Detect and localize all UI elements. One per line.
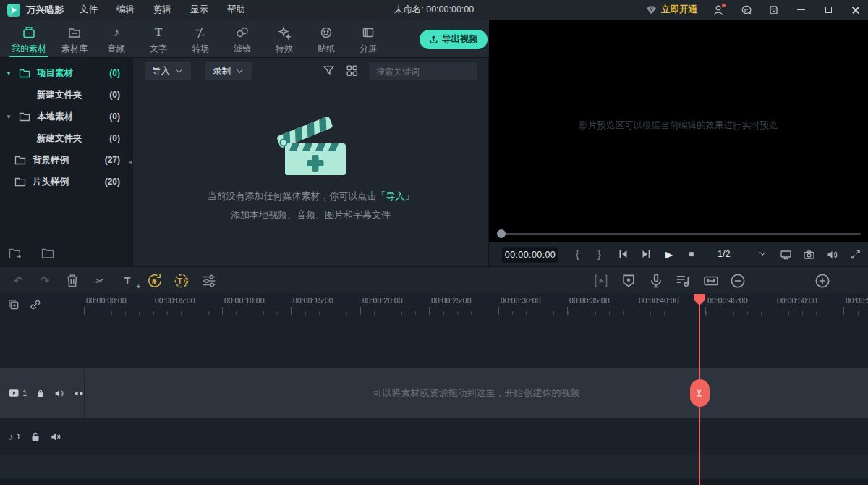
- scissors-icon: ✂: [693, 389, 706, 398]
- tab-stickers[interactable]: 贴纸: [305, 20, 347, 57]
- tab-audio[interactable]: ♪ 音频: [95, 20, 137, 57]
- motion-tracking-button[interactable]: [147, 273, 163, 289]
- expand-caret-icon[interactable]: ▼: [6, 114, 14, 120]
- duplicate-button[interactable]: [7, 298, 20, 311]
- menu-help[interactable]: 帮助: [227, 4, 245, 16]
- playback-quality[interactable]: 1/2: [718, 249, 730, 259]
- speech-to-text-button[interactable]: T: [174, 273, 190, 289]
- close-button[interactable]: [849, 4, 862, 17]
- notification-dot: [722, 4, 726, 7]
- preview-timecode[interactable]: 00:00:00:00: [502, 247, 558, 263]
- vip-gem-icon: V: [645, 5, 658, 15]
- adjust-settings-button[interactable]: [201, 273, 217, 289]
- menu-clip[interactable]: 剪辑: [153, 4, 171, 16]
- link-button[interactable]: [29, 298, 42, 311]
- zoom-out-button[interactable]: [730, 273, 746, 289]
- snapshot-camera-button[interactable]: [803, 249, 815, 261]
- sidebar-item-local-media[interactable]: ▼ 本地素材 (0): [0, 106, 127, 127]
- preview-hint: 影片预览区可以根据当前编辑的效果进行实时预览: [489, 119, 868, 132]
- sidebar-item-new-folder-1[interactable]: 新建文件夹 (0): [0, 84, 127, 106]
- expand-caret-icon[interactable]: ▼: [6, 70, 14, 77]
- mark-out-button[interactable]: }: [597, 248, 601, 260]
- chat-icon: [740, 4, 752, 16]
- import-link[interactable]: 「导入」: [377, 190, 414, 201]
- shop-icon: [767, 4, 780, 16]
- mute-track-icon[interactable]: [50, 431, 61, 442]
- import-button[interactable]: 导入: [145, 62, 191, 80]
- menu-view[interactable]: 显示: [190, 4, 208, 16]
- next-frame-button[interactable]: [641, 249, 652, 259]
- render-preview-button[interactable]: [593, 273, 609, 289]
- split-scissors-button[interactable]: ✂: [92, 273, 108, 289]
- add-marker-button[interactable]: [621, 273, 637, 289]
- chevron-down-icon[interactable]: [760, 249, 765, 255]
- tab-text[interactable]: T 文字: [137, 20, 179, 57]
- menu-file[interactable]: 文件: [80, 4, 98, 16]
- tab-filters[interactable]: 滤镜: [221, 20, 263, 57]
- mark-in-button[interactable]: {: [576, 248, 579, 260]
- store-button[interactable]: [767, 4, 780, 17]
- stop-button[interactable]: ■: [689, 249, 694, 260]
- audio-mixer-button[interactable]: [675, 273, 691, 289]
- split-screen-icon: [361, 25, 375, 40]
- timeline-ruler[interactable]: 00:00:00:00 00:00:05:00 00:00:10:00 00:0…: [0, 293, 868, 316]
- tab-library[interactable]: 素材库: [54, 20, 95, 57]
- sidebar-item-intro-samples[interactable]: 片头样例 (20): [0, 171, 127, 193]
- feedback-button[interactable]: [739, 4, 752, 17]
- sidebar-item-project-media[interactable]: ▼ 项目素材 (0): [0, 62, 127, 84]
- play-button[interactable]: ▶: [665, 249, 673, 260]
- zoom-in-button[interactable]: [814, 273, 830, 289]
- folder-icon: [14, 155, 26, 165]
- account-button[interactable]: [712, 4, 725, 17]
- video-track[interactable]: 1 可以将素材或资源拖动到这里，开始创建你的视频: [0, 368, 868, 418]
- sidebar-item-new-folder-2[interactable]: 新建文件夹 (0): [0, 127, 127, 149]
- hide-track-eye-icon[interactable]: [74, 388, 84, 399]
- menu-edit[interactable]: 编辑: [116, 4, 135, 16]
- ruler-label: 00:00:45:00: [707, 296, 747, 305]
- search-box: [369, 62, 477, 80]
- search-input[interactable]: [369, 67, 491, 77]
- previous-frame-button[interactable]: [618, 249, 629, 259]
- collapse-arrow-icon: ◀: [128, 159, 132, 165]
- ruler-label: 00:00:30:00: [501, 296, 540, 305]
- tab-transition[interactable]: 转场: [179, 20, 221, 57]
- undo-button[interactable]: ↶: [10, 273, 26, 289]
- delete-folder-button[interactable]: [41, 248, 54, 259]
- audio-track[interactable]: ♪ 1: [0, 418, 868, 455]
- playhead-split-button[interactable]: ✂: [690, 379, 710, 407]
- minimize-button[interactable]: [794, 4, 807, 17]
- media-folder-sidebar: ▼ 项目素材 (0) 新建文件夹 (0) ▼ 本地素材 (0) 新建文件夹 (0…: [0, 58, 127, 266]
- audio-track-header: ♪ 1: [0, 418, 85, 455]
- lock-icon[interactable]: [30, 431, 41, 442]
- maximize-button[interactable]: [822, 4, 835, 17]
- delete-button[interactable]: [64, 273, 80, 289]
- grid-view-button[interactable]: [346, 64, 358, 77]
- display-device-button[interactable]: [780, 249, 792, 261]
- sidebar-item-background-samples[interactable]: 背景样例 (27): [0, 149, 127, 171]
- tab-my-media[interactable]: 我的素材: [4, 20, 54, 57]
- add-text-button[interactable]: T+: [119, 273, 135, 289]
- mute-track-icon[interactable]: [54, 388, 64, 399]
- record-voiceover-button[interactable]: [648, 273, 664, 289]
- tab-effects[interactable]: 特效: [263, 20, 305, 57]
- record-button[interactable]: 录制: [205, 62, 252, 80]
- clapperboard-icon: [268, 106, 354, 178]
- sidebar-collapse-handle[interactable]: ◀: [127, 58, 133, 266]
- lock-icon[interactable]: [36, 388, 45, 399]
- filter-funnel-button[interactable]: [323, 64, 335, 77]
- main-tabbar: 我的素材 素材库 ♪ 音频 T 文字 转场 滤镜 特效 贴纸 分屏: [0, 20, 489, 58]
- volume-button[interactable]: [826, 249, 838, 261]
- ruler-label: 00:00:15:00: [293, 296, 333, 305]
- folder-icon: [14, 177, 26, 187]
- fullscreen-button[interactable]: [850, 249, 861, 260]
- tab-splitscreen[interactable]: 分屏: [347, 20, 389, 57]
- new-folder-button[interactable]: [9, 248, 22, 259]
- maximize-icon: [825, 7, 832, 13]
- seek-handle[interactable]: [497, 229, 506, 238]
- export-video-button[interactable]: 导出视频: [420, 30, 488, 49]
- upgrade-button[interactable]: V 立即开通: [645, 4, 697, 16]
- fit-timeline-button[interactable]: [703, 273, 719, 289]
- timeline-lower-band: [0, 455, 868, 479]
- seek-bar[interactable]: [501, 233, 861, 235]
- redo-button[interactable]: ↷: [37, 273, 53, 289]
